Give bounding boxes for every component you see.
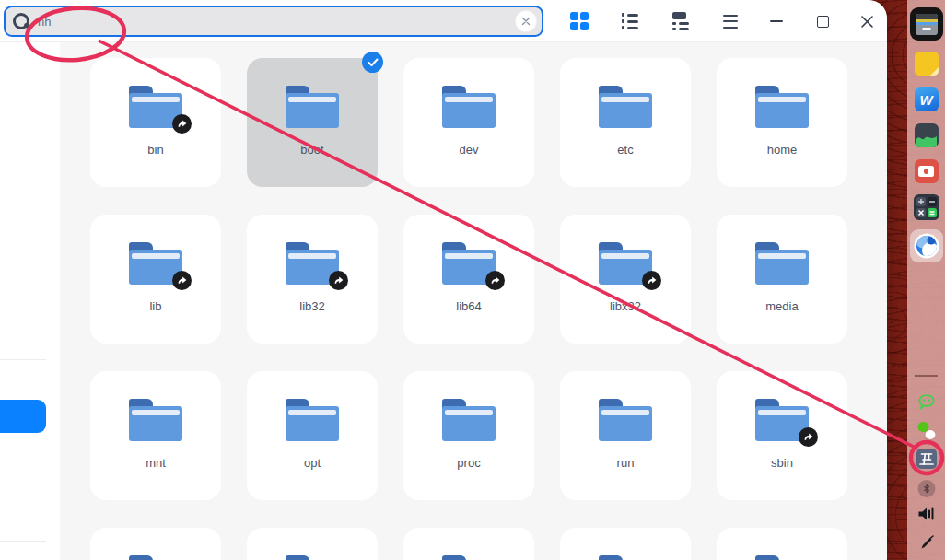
file-tile-proc[interactable]: proc bbox=[403, 371, 534, 500]
sidebar bbox=[0, 42, 60, 560]
sidebar-divider bbox=[0, 541, 46, 542]
file-tile-opt[interactable]: opt bbox=[247, 371, 378, 500]
file-label: home bbox=[767, 143, 798, 157]
file-tile-bin[interactable]: bin bbox=[90, 58, 221, 187]
sidebar-divider bbox=[0, 359, 46, 360]
folder-icon bbox=[442, 242, 496, 285]
clear-search-button[interactable] bbox=[515, 10, 537, 32]
bluetooth-rune-icon bbox=[920, 483, 932, 495]
recorder-screen bbox=[918, 166, 934, 177]
folder-icon bbox=[755, 555, 809, 560]
symlink-badge-icon bbox=[172, 114, 192, 134]
compact-view-button[interactable] bbox=[665, 0, 696, 42]
file-label: etc bbox=[617, 143, 633, 157]
file-label: boot bbox=[300, 143, 323, 157]
symlink-badge-icon bbox=[172, 271, 192, 290]
minus-key-icon bbox=[928, 197, 937, 206]
file-tile-dev[interactable]: dev bbox=[403, 58, 534, 187]
file-tile-run[interactable]: run bbox=[560, 371, 691, 500]
list-view-button[interactable] bbox=[614, 0, 646, 42]
symlink-badge-icon bbox=[485, 271, 505, 290]
close-icon bbox=[521, 17, 531, 26]
folder-icon bbox=[755, 242, 809, 285]
file-tile-media[interactable]: media bbox=[717, 215, 847, 344]
file-tile-partial[interactable] bbox=[247, 528, 378, 560]
folder-icon bbox=[286, 399, 339, 441]
dock-screen-recorder-icon[interactable] bbox=[915, 159, 939, 183]
file-tile-mnt[interactable]: mnt bbox=[90, 371, 221, 500]
folder-icon bbox=[442, 399, 496, 441]
grid-view-button[interactable] bbox=[564, 0, 595, 42]
tray-bluetooth-icon[interactable] bbox=[917, 480, 935, 497]
grid-view-icon bbox=[570, 12, 589, 31]
symlink-badge-icon bbox=[799, 427, 818, 447]
dock-calculator-icon[interactable] bbox=[914, 194, 939, 220]
file-tile-libx32[interactable]: libx32 bbox=[560, 215, 691, 344]
file-label: media bbox=[765, 299, 798, 313]
toolbar bbox=[0, 0, 887, 42]
tray-wechat-icon[interactable] bbox=[917, 422, 935, 439]
wps-glyph: W bbox=[919, 92, 932, 108]
dock-file-manager-icon[interactable] bbox=[910, 7, 943, 41]
file-tile-lib32[interactable]: lib32 bbox=[247, 215, 378, 344]
file-label: sbin bbox=[771, 456, 793, 470]
search-icon bbox=[12, 12, 30, 30]
menu-button[interactable] bbox=[715, 0, 746, 42]
file-label: lib bbox=[149, 299, 161, 313]
file-grid: bin boot dev etc home lib lib32 bbox=[90, 58, 847, 560]
file-tile-boot[interactable]: boot bbox=[247, 58, 378, 187]
compact-view-icon bbox=[672, 12, 689, 30]
search-input[interactable] bbox=[30, 15, 515, 29]
file-tile-partial[interactable] bbox=[560, 528, 691, 560]
search-bar[interactable] bbox=[4, 6, 543, 37]
folder-icon bbox=[286, 555, 339, 560]
file-manager-window: bin boot dev etc home lib lib32 bbox=[0, 0, 887, 560]
file-tile-partial[interactable] bbox=[717, 528, 847, 560]
folder-icon bbox=[599, 86, 652, 128]
dock-wps-office-icon[interactable]: W bbox=[915, 88, 939, 111]
file-label: libx32 bbox=[610, 299, 641, 313]
close-button[interactable] bbox=[851, 0, 882, 42]
file-label: bin bbox=[147, 143, 163, 157]
sidebar-selected-item[interactable] bbox=[0, 400, 46, 433]
symlink-badge-icon bbox=[642, 271, 661, 290]
file-label: lib32 bbox=[299, 299, 324, 313]
folder-icon bbox=[599, 555, 652, 560]
dock-system-monitor-icon[interactable] bbox=[915, 123, 939, 147]
file-tile-etc[interactable]: etc bbox=[560, 58, 691, 187]
tray-volume-icon[interactable] bbox=[916, 506, 936, 526]
speaker-icon bbox=[916, 506, 936, 522]
tray-wechat-outline-icon[interactable] bbox=[916, 392, 937, 413]
wechat-bubble-icon bbox=[916, 392, 937, 413]
list-view-icon bbox=[622, 13, 639, 29]
file-tile-lib64[interactable]: lib64 bbox=[403, 215, 534, 344]
file-label: dev bbox=[460, 143, 479, 157]
minimize-button[interactable] bbox=[761, 0, 792, 42]
file-label: proc bbox=[457, 456, 480, 470]
file-tile-home[interactable]: home bbox=[717, 58, 847, 187]
maximize-button[interactable] bbox=[807, 0, 838, 42]
file-tile-partial[interactable] bbox=[403, 528, 534, 560]
folder-icon bbox=[286, 86, 339, 128]
close-icon bbox=[860, 15, 874, 29]
file-label: run bbox=[617, 456, 635, 470]
dock: W bbox=[907, 0, 945, 560]
folder-icon bbox=[755, 399, 809, 441]
dock-browser-icon[interactable] bbox=[910, 229, 943, 262]
file-label: opt bbox=[304, 456, 321, 470]
dock-notes-icon[interactable] bbox=[915, 52, 939, 76]
maximize-icon bbox=[817, 16, 829, 28]
dock-divider bbox=[915, 375, 938, 377]
file-tile-partial[interactable] bbox=[90, 528, 221, 560]
browser-swirl-icon bbox=[913, 232, 940, 260]
folder-icon bbox=[129, 86, 182, 128]
tray-pen-icon[interactable] bbox=[918, 535, 934, 554]
folder-icon bbox=[129, 242, 182, 285]
file-label: mnt bbox=[146, 456, 166, 470]
file-tile-sbin[interactable]: sbin bbox=[717, 371, 847, 500]
folder-icon bbox=[599, 242, 652, 285]
file-tile-lib[interactable]: lib bbox=[90, 215, 221, 344]
wu-character-icon bbox=[919, 452, 934, 466]
tray-input-method-wubi-icon[interactable] bbox=[916, 449, 937, 469]
equals-key-icon bbox=[928, 208, 937, 217]
